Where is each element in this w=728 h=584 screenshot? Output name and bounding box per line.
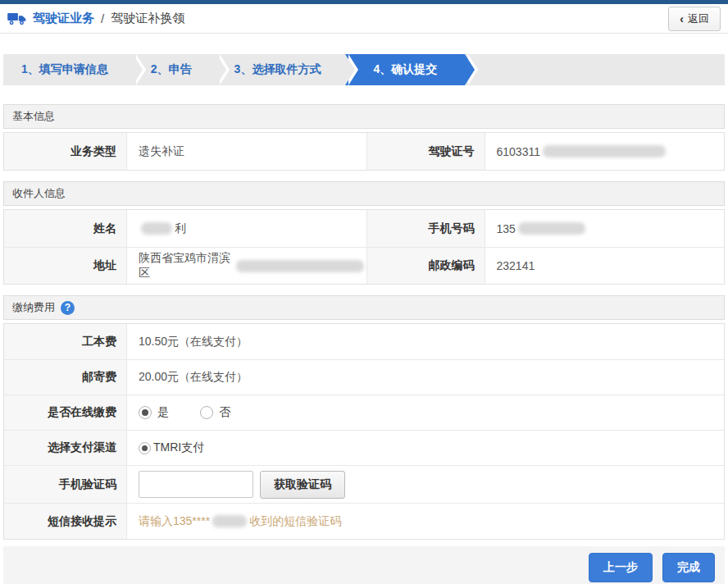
previous-step-button[interactable]: 上一步: [589, 553, 653, 582]
redacted-name: [141, 222, 172, 235]
table-row: 选择支付渠道 TMRI支付: [4, 430, 724, 465]
sms-code-label: 手机验证码: [4, 466, 127, 503]
step-4-confirm-submit[interactable]: 4、确认提交: [345, 54, 465, 85]
license-number-label: 驾驶证号: [366, 133, 485, 170]
table-row: 姓名 利 手机号码 135: [4, 210, 724, 247]
help-icon[interactable]: ?: [61, 301, 75, 315]
redacted-phone: [518, 222, 585, 235]
table-row: 手机验证码 获取验证码: [4, 465, 724, 503]
sms-code-field: 获取验证码: [127, 466, 724, 503]
name-visible: 利: [175, 221, 186, 236]
name-label: 姓名: [4, 210, 127, 247]
basic-info-section: 基本信息 业务类型 遗失补证 驾驶证号 6103311: [3, 104, 725, 171]
step-4-label: 4、确认提交: [373, 62, 437, 77]
address-value: 陕西省宝鸡市渭滨区: [127, 248, 366, 284]
table-row: 是否在线缴费 是 否: [4, 395, 724, 430]
title-separator: /: [101, 11, 104, 25]
recipient-info-section: 收件人信息 姓名 利 手机号码 135 地址 陕西省宝鸡市渭滨区 邮政编码 23…: [3, 181, 725, 285]
work-fee-label: 工本费: [4, 324, 127, 359]
address-visible: 陕西省宝鸡市渭滨区: [139, 251, 234, 281]
step-2-label: 2、申告: [151, 62, 192, 77]
page-subtitle: 驾驶证补换领: [111, 11, 184, 26]
license-number-visible: 6103311: [497, 145, 540, 158]
step-1-fill-info[interactable]: 1、填写申请信息: [3, 54, 133, 85]
table-row: 邮寄费 20.00元（在线支付）: [4, 359, 724, 395]
step-3-label: 3、选择取件方式: [234, 62, 321, 77]
business-type-label: 业务类型: [4, 133, 127, 170]
recipient-info-title: 收件人信息: [12, 186, 66, 201]
basic-info-header: 基本信息: [3, 104, 725, 129]
recipient-info-header: 收件人信息: [3, 181, 725, 206]
phone-value: 135: [485, 210, 725, 247]
business-type-value: 遗失补证: [127, 133, 366, 170]
truck-icon: [7, 12, 26, 25]
finish-button[interactable]: 完成: [662, 553, 715, 582]
name-value: 利: [127, 210, 366, 247]
step-bar: 1、填写申请信息 2、申告 3、选择取件方式 4、确认提交: [3, 54, 725, 85]
payment-title: 缴纳费用: [12, 300, 55, 315]
get-code-button[interactable]: 获取验证码: [260, 471, 345, 499]
step-3-pickup-method[interactable]: 3、选择取件方式: [216, 54, 346, 85]
sms-hint-suffix: 收到的短信验证码: [249, 514, 341, 529]
address-label: 地址: [4, 248, 127, 284]
phone-label: 手机号码: [366, 210, 485, 247]
work-fee-value: 10.50元（在线支付）: [127, 324, 724, 359]
payment-header: 缴纳费用 ?: [3, 295, 725, 320]
online-payment-label: 是否在线缴费: [4, 395, 127, 430]
sms-code-input[interactable]: [139, 471, 253, 498]
page-title: 驾驶证业务: [33, 11, 94, 26]
redacted-address: [236, 260, 364, 272]
license-number-value: 6103311: [485, 133, 725, 170]
page-header: 驾驶证业务 / 驾驶证补换领 ‹ 返回: [0, 4, 728, 34]
radio-tmri-label[interactable]: TMRI支付: [153, 440, 204, 455]
footer-action-bar: 上一步 完成: [3, 546, 725, 584]
table-row: 地址 陕西省宝鸡市渭滨区 邮政编码 232141: [4, 247, 724, 284]
table-row: 工本费 10.50元（在线支付）: [4, 324, 724, 359]
table-row: 业务类型 遗失补证 驾驶证号 6103311: [4, 133, 724, 170]
postage-fee-label: 邮寄费: [4, 360, 127, 395]
radio-online-yes[interactable]: [139, 406, 152, 419]
payment-channel-label: 选择支付渠道: [4, 431, 127, 465]
sms-hint-label: 短信接收提示: [4, 504, 127, 539]
radio-no-label[interactable]: 否: [219, 405, 230, 420]
postcode-label: 邮政编码: [366, 248, 485, 284]
online-payment-options: 是 否: [127, 395, 724, 430]
basic-info-title: 基本信息: [12, 109, 55, 124]
table-row: 短信接收提示 请输入135**** 收到的短信验证码: [4, 503, 724, 539]
payment-channel-options: TMRI支付: [127, 431, 724, 465]
back-button-label: 返回: [688, 11, 709, 26]
postage-fee-value: 20.00元（在线支付）: [127, 360, 724, 395]
back-chevron-icon: ‹: [680, 13, 684, 25]
sms-hint-prefix: 请输入135****: [139, 514, 210, 529]
step-1-label: 1、填写申请信息: [21, 62, 108, 77]
payment-section: 缴纳费用 ? 工本费 10.50元（在线支付） 邮寄费 20.00元（在线支付）…: [3, 295, 725, 540]
redacted-sms-phone: [212, 515, 247, 527]
phone-visible: 135: [497, 222, 516, 235]
sms-hint-value: 请输入135**** 收到的短信验证码: [127, 504, 724, 539]
postcode-value: 232141: [485, 248, 725, 284]
back-button[interactable]: ‹ 返回: [668, 7, 721, 31]
radio-online-no[interactable]: [200, 406, 213, 419]
radio-tmri-pay[interactable]: [139, 442, 151, 454]
radio-yes-label[interactable]: 是: [157, 405, 169, 420]
redacted-license-number: [543, 145, 666, 157]
